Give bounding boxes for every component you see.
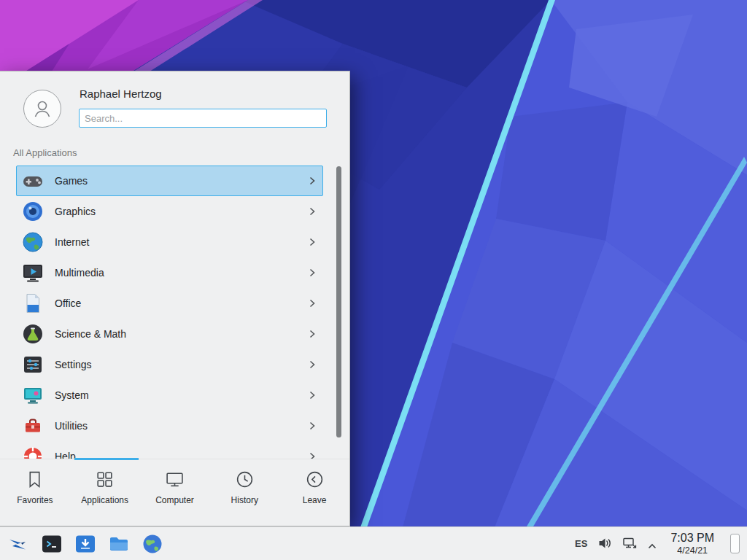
system-monitor-icon bbox=[21, 384, 44, 407]
submenu-arrow-icon bbox=[309, 360, 315, 369]
clock-icon bbox=[235, 470, 255, 489]
desktop: Raphael Hertzog All Applications Games G… bbox=[0, 0, 747, 560]
gamepad-icon bbox=[21, 169, 44, 192]
taskbar: ES 7:03 PM 4/24/21 bbox=[0, 526, 747, 560]
volume-icon[interactable] bbox=[597, 536, 612, 551]
submenu-arrow-icon bbox=[309, 330, 315, 338]
search-input[interactable] bbox=[79, 109, 327, 128]
category-label: Multimedia bbox=[55, 267, 309, 279]
keyboard-layout-indicator[interactable]: ES bbox=[575, 538, 587, 549]
life-ring-icon bbox=[21, 445, 44, 459]
file-manager-icon[interactable] bbox=[108, 533, 130, 555]
tab-label: Leave bbox=[303, 495, 327, 505]
kali-menu-icon[interactable] bbox=[7, 533, 29, 555]
category-item-utilities[interactable]: Utilities bbox=[16, 411, 323, 441]
show-desktop-button[interactable] bbox=[730, 534, 740, 553]
category-label: Games bbox=[55, 175, 309, 187]
terminal-icon[interactable] bbox=[41, 533, 63, 555]
tab-label: Favorites bbox=[17, 495, 53, 505]
digital-clock[interactable]: 7:03 PM 4/24/21 bbox=[667, 532, 717, 556]
category-item-office[interactable]: Office bbox=[16, 288, 323, 319]
sliders-icon bbox=[21, 353, 44, 376]
user-name: Raphael Hertzog bbox=[80, 88, 162, 100]
tab-computer[interactable]: Computer bbox=[140, 459, 210, 526]
category-label: Science & Math bbox=[55, 328, 309, 340]
list-scrollbar[interactable] bbox=[336, 166, 341, 459]
category-item-system[interactable]: System bbox=[16, 380, 323, 411]
category-label: Graphics bbox=[55, 206, 309, 217]
app-grid-icon bbox=[95, 470, 115, 489]
network-icon[interactable] bbox=[622, 536, 637, 551]
tab-label: History bbox=[231, 495, 258, 505]
launcher-tabbar: Favorites Applications Computer History bbox=[0, 459, 349, 526]
software-center-icon[interactable] bbox=[74, 533, 96, 555]
submenu-arrow-icon bbox=[309, 268, 315, 277]
camera-lens-icon bbox=[21, 200, 44, 223]
scrollbar-thumb[interactable] bbox=[336, 166, 341, 438]
category-item-multimedia[interactable]: Multimedia bbox=[16, 257, 323, 288]
taskbar-left bbox=[7, 533, 163, 555]
submenu-arrow-icon bbox=[309, 238, 315, 246]
category-label: System bbox=[55, 389, 309, 401]
flask-icon bbox=[21, 322, 44, 346]
submenu-arrow-icon bbox=[309, 421, 315, 430]
system-tray: ES 7:03 PM 4/24/21 bbox=[575, 532, 740, 556]
person-icon bbox=[31, 98, 53, 120]
tab-applications[interactable]: Applications bbox=[70, 459, 140, 526]
category-item-graphics[interactable]: Graphics bbox=[16, 196, 323, 227]
clock-time: 7:03 PM bbox=[670, 532, 714, 545]
launcher-header: Raphael Hertzog bbox=[0, 71, 349, 136]
leave-icon bbox=[305, 470, 325, 489]
computer-icon bbox=[165, 470, 185, 489]
user-avatar[interactable] bbox=[23, 90, 61, 128]
category-label: Internet bbox=[55, 236, 309, 248]
application-launcher: Raphael Hertzog All Applications Games G… bbox=[0, 71, 350, 526]
category-label: Office bbox=[55, 298, 309, 309]
expand-panel-icon[interactable] bbox=[647, 540, 657, 547]
category-item-settings[interactable]: Settings bbox=[16, 349, 323, 380]
category-label: Utilities bbox=[55, 420, 309, 432]
category-item-games[interactable]: Games bbox=[16, 166, 323, 196]
submenu-arrow-icon bbox=[309, 452, 315, 459]
tab-label: Computer bbox=[155, 495, 194, 505]
globe-icon bbox=[21, 230, 44, 254]
category-item-science-math[interactable]: Science & Math bbox=[16, 319, 323, 349]
monitor-play-icon bbox=[21, 261, 44, 284]
active-tab-indicator bbox=[74, 458, 139, 460]
section-label: All Applications bbox=[0, 136, 349, 164]
tab-favorites[interactable]: Favorites bbox=[0, 459, 70, 526]
category-list: Games Graphics Internet bbox=[0, 164, 349, 459]
tab-label: Applications bbox=[81, 495, 128, 505]
submenu-arrow-icon bbox=[309, 299, 315, 308]
category-label: Settings bbox=[55, 359, 309, 370]
clock-date: 4/24/21 bbox=[670, 545, 714, 556]
submenu-arrow-icon bbox=[309, 391, 315, 400]
submenu-arrow-icon bbox=[309, 176, 315, 185]
toolbox-icon bbox=[21, 414, 44, 438]
bookmark-icon bbox=[25, 470, 44, 489]
tab-history[interactable]: History bbox=[209, 459, 279, 526]
web-browser-icon[interactable] bbox=[142, 533, 163, 555]
category-item-help[interactable]: Help bbox=[16, 441, 323, 459]
tab-leave[interactable]: Leave bbox=[279, 459, 349, 526]
submenu-arrow-icon bbox=[309, 207, 315, 216]
document-icon bbox=[21, 292, 44, 315]
category-item-internet[interactable]: Internet bbox=[16, 227, 323, 257]
